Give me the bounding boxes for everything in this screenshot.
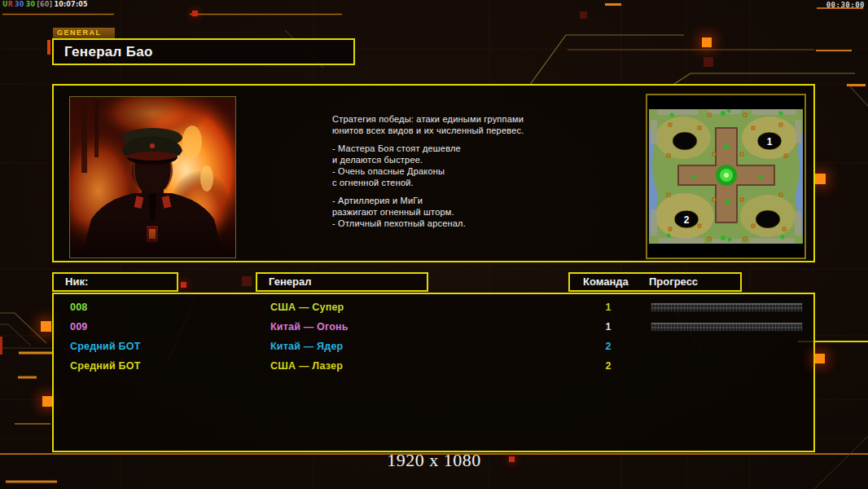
- decor-square: [815, 354, 825, 363]
- strategy-line: - Мастера Боя стоят дешевле: [332, 143, 609, 154]
- player-team: 1: [596, 321, 620, 333]
- player-row: Средний БОТСША — Лазер2: [54, 357, 813, 377]
- stat-r: R: [8, 1, 13, 8]
- player-team: 1: [596, 302, 620, 313]
- title-box: Генерал Бао: [52, 38, 355, 65]
- strategy-line: - Артиллерия и МиГи: [332, 195, 609, 206]
- strategy-line: разжигают огненный шторм.: [332, 206, 609, 218]
- stat-fps-cap: [60]: [37, 1, 52, 8]
- decor-square: [815, 174, 826, 184]
- player-row: Средний БОТКитай — Ядер2: [54, 337, 813, 357]
- player-general: Китай — Ядер: [270, 341, 343, 352]
- page-title: Генерал Бао: [54, 40, 353, 64]
- fps-stats-overlay: UR3030[60]10:07:05: [2, 1, 90, 8]
- header-team-progress: Команда Прогресс: [568, 272, 742, 292]
- header-general: Генерал: [256, 272, 428, 292]
- general-info-panel: Стратегия победы: атаки едиными группами…: [52, 84, 815, 262]
- stat-fps: 30: [15, 1, 24, 8]
- player-progress-bar: [651, 322, 803, 332]
- strategy-line: с огненной стеной.: [332, 177, 609, 188]
- stat-clock: 10:07:05: [54, 1, 87, 8]
- strategy-line: [332, 188, 609, 195]
- header-nick: Ник:: [52, 272, 178, 292]
- player-rows: 008США — Супер1009Китай — Огонь1Средний …: [54, 298, 813, 377]
- decor-square: [702, 37, 712, 47]
- decor-square: [41, 321, 51, 332]
- player-nick: Средний БОТ: [70, 360, 140, 372]
- strategy-line: и делаются быстрее.: [332, 154, 609, 165]
- header-team-label: Команда: [583, 274, 629, 290]
- header-general-label: Генерал: [269, 274, 311, 290]
- decor-square: [580, 11, 587, 19]
- player-nick: Средний БОТ: [70, 341, 140, 352]
- stat-fps2: 30: [26, 1, 36, 8]
- player-general: США — Лазер: [270, 360, 343, 372]
- strategy-text: Стратегия победы: атаки едиными группами…: [332, 113, 609, 229]
- resolution-label: 1920 x 1080: [0, 450, 868, 471]
- minimap: 1 2: [646, 94, 806, 259]
- tab-general: GENERAL: [53, 28, 115, 38]
- decor-square: [242, 276, 252, 286]
- player-progress-bar: [651, 302, 803, 312]
- countdown-timer: 00:30:00: [826, 1, 865, 9]
- player-row: 008США — Супер1: [54, 298, 813, 318]
- general-portrait: [69, 96, 236, 258]
- header-nick-label: Ник:: [65, 274, 88, 290]
- minimap-spot-2: 2: [684, 214, 690, 226]
- player-general: Китай — Огонь: [270, 321, 349, 333]
- minimap-spot-1: 1: [767, 136, 773, 148]
- minimap-image: 1 2: [647, 95, 804, 258]
- player-row: 009Китай — Огонь1: [54, 318, 813, 337]
- strategy-line: - Отличный пехотный арсенал.: [332, 218, 609, 229]
- players-panel: 008США — Супер1009Китай — Огонь1Средний …: [52, 293, 815, 452]
- decor-square: [181, 282, 186, 288]
- player-general: США — Супер: [270, 302, 344, 313]
- strategy-line: - Очень опасные Драконы: [332, 165, 609, 177]
- player-nick: 009: [70, 321, 87, 333]
- header-progress-label: Прогресс: [649, 274, 698, 290]
- decor-square: [192, 11, 198, 16]
- player-team: 2: [596, 360, 620, 372]
- player-nick: 008: [70, 302, 87, 313]
- decor-square: [704, 57, 713, 67]
- strategy-line: юнитов всех видов и их численный перевес…: [332, 125, 609, 136]
- general-portrait-image: [70, 97, 235, 258]
- player-team: 2: [596, 341, 620, 352]
- strategy-line: Стратегия победы: атаки едиными группами: [332, 113, 609, 125]
- strategy-line: [332, 136, 609, 143]
- stat-u: U: [2, 1, 8, 8]
- loading-screen: UR3030[60]10:07:05 00:30:00 GENERAL Гене…: [0, 0, 868, 489]
